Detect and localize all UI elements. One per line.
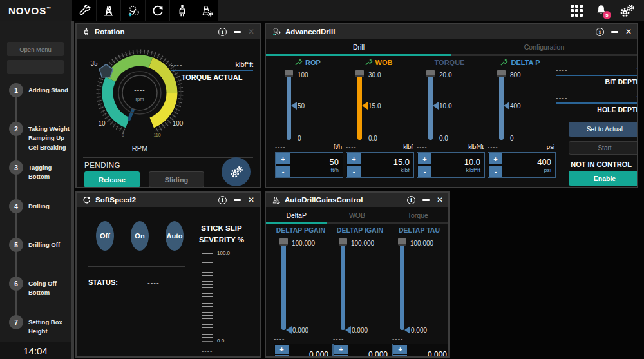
auto-button[interactable]: Auto	[166, 221, 184, 251]
spinner-value[interactable]: 50	[330, 157, 339, 167]
tab-wob[interactable]: WOB	[327, 207, 387, 224]
panel-title: Rotation	[95, 28, 125, 35]
spinner-value[interactable]: 0.000	[428, 350, 447, 357]
info-icon[interactable]: i	[218, 196, 227, 204]
decrement-button[interactable]: -	[393, 355, 407, 357]
slider-setpoint-marker[interactable]: 15.0	[362, 102, 381, 110]
refresh-icon[interactable]	[146, 0, 169, 21]
setpoint-marker[interactable]	[99, 64, 113, 77]
decrement-button[interactable]: -	[347, 166, 361, 177]
tab-deltap[interactable]: DeltaP	[266, 207, 327, 224]
sliding-button[interactable]: Sliding	[149, 171, 204, 187]
spinner-unit: klbf*ft	[466, 167, 480, 173]
open-menu-button[interactable]: Open Menu	[7, 42, 64, 56]
increment-button[interactable]: +	[334, 345, 348, 354]
step-going-off-bottom: 6 Going Off Bottom	[0, 277, 71, 315]
settings-gears-icon[interactable]	[619, 3, 635, 19]
close-icon[interactable]: ✕	[248, 28, 254, 35]
slider-track[interactable]	[428, 73, 433, 140]
spinner-value[interactable]: 400	[537, 157, 551, 167]
enable-button[interactable]: Enable	[569, 171, 637, 186]
slider-track[interactable]	[287, 73, 291, 140]
step-label: Drilling	[28, 202, 50, 211]
collapsed-menu-button[interactable]: ------	[7, 60, 64, 74]
off-button[interactable]: Off	[96, 221, 114, 251]
close-icon[interactable]: ✕	[625, 28, 632, 35]
tab-drill[interactable]: Drill	[266, 39, 451, 56]
decrement-button[interactable]: -	[334, 355, 348, 357]
rotation-settings-button[interactable]	[222, 157, 251, 186]
derrick-settings-icon[interactable]	[194, 0, 218, 21]
decrement-button[interactable]: -	[276, 166, 290, 177]
top-drive-icon[interactable]	[170, 0, 194, 21]
slider-setpoint-marker[interactable]: 0.000	[404, 326, 427, 334]
rpm-gauge: ---- rpm 35 10 100 0 110	[82, 44, 198, 142]
slider-handle[interactable]	[279, 238, 288, 246]
automation-gears-icon[interactable]	[121, 0, 145, 21]
release-button[interactable]: Release	[84, 171, 140, 187]
minimize-icon[interactable]	[422, 199, 430, 201]
info-icon[interactable]: i	[596, 28, 604, 36]
actual-value: ----	[417, 143, 428, 150]
gauge-range-max: 110	[153, 133, 160, 137]
decrement-button[interactable]: -	[275, 355, 289, 357]
minimize-icon[interactable]	[234, 31, 241, 33]
spinner-value[interactable]: 15.0	[393, 157, 410, 167]
spinner-value[interactable]: 0.000	[309, 350, 328, 357]
marker-value: 50	[298, 102, 305, 110]
step-number: 6	[9, 277, 23, 291]
increment-button[interactable]: +	[276, 153, 290, 164]
info-icon[interactable]: i	[218, 28, 227, 36]
spinner-value[interactable]: 0.000	[368, 350, 388, 357]
increment-button[interactable]: +	[347, 153, 361, 164]
apps-grid-icon[interactable]	[571, 5, 583, 17]
minimize-icon[interactable]	[611, 31, 618, 33]
slider-track[interactable]	[281, 241, 286, 330]
slider-handle[interactable]	[339, 238, 347, 246]
slider-setpoint-marker[interactable]: 400	[504, 102, 521, 110]
slider-handle[interactable]	[355, 70, 364, 77]
set-to-actual-button[interactable]: Set to Actual	[569, 122, 637, 137]
panel-title: SoftSpeed2	[95, 196, 136, 204]
on-button[interactable]: On	[131, 221, 149, 251]
close-icon[interactable]: ✕	[248, 196, 254, 204]
slider-handle[interactable]	[398, 238, 406, 246]
column-label: DELTAP IGAIN	[332, 226, 388, 235]
slider-setpoint-marker[interactable]: 50	[291, 102, 305, 110]
slider-setpoint-marker[interactable]: 0.000	[345, 326, 368, 334]
info-icon[interactable]: i	[407, 196, 415, 204]
slider-track[interactable]	[400, 241, 404, 330]
gains-panel-header: AutoDrillGainsControl i ✕	[266, 193, 448, 207]
slider-max: 30.0	[368, 72, 381, 79]
tab-torque[interactable]: Torque	[388, 207, 448, 224]
stick-slip-title-line1: STICK SLIP	[201, 224, 242, 232]
slider-track[interactable]	[341, 241, 345, 330]
slider-track[interactable]	[357, 73, 362, 140]
slider-setpoint-marker[interactable]: 0.000	[286, 326, 308, 334]
start-button[interactable]: Start	[569, 141, 637, 155]
slider-setpoint-marker[interactable]: 10.0	[433, 102, 451, 110]
slider-handle[interactable]	[426, 70, 435, 77]
slider-handle[interactable]	[497, 70, 506, 77]
close-icon[interactable]: ✕	[437, 196, 443, 204]
notifications-bell-icon[interactable]: 5	[594, 4, 608, 17]
advanced-drill-tabs: Drill Configuration	[266, 39, 637, 56]
slider-track[interactable]	[499, 73, 504, 140]
decrement-button[interactable]: -	[418, 166, 431, 177]
pgain-slider: 100.000 0.000	[272, 238, 329, 332]
increment-button[interactable]: +	[393, 345, 407, 354]
slider-min: 0	[510, 135, 514, 142]
tab-configuration[interactable]: Configuration	[451, 39, 637, 56]
slider-max: 20.0	[439, 72, 451, 79]
increment-button[interactable]: +	[418, 153, 431, 164]
wrench-icon[interactable]	[72, 0, 96, 21]
increment-button[interactable]: +	[489, 153, 502, 164]
step-number: 3	[9, 160, 23, 175]
slider-handle[interactable]	[285, 70, 293, 77]
spinner-value[interactable]: 10.0	[464, 157, 480, 167]
derrick-icon[interactable]	[97, 0, 120, 21]
minimize-icon[interactable]	[234, 199, 241, 201]
increment-button[interactable]: +	[275, 345, 289, 354]
decrement-button[interactable]: -	[489, 166, 502, 177]
actual-value: ----	[274, 335, 329, 342]
